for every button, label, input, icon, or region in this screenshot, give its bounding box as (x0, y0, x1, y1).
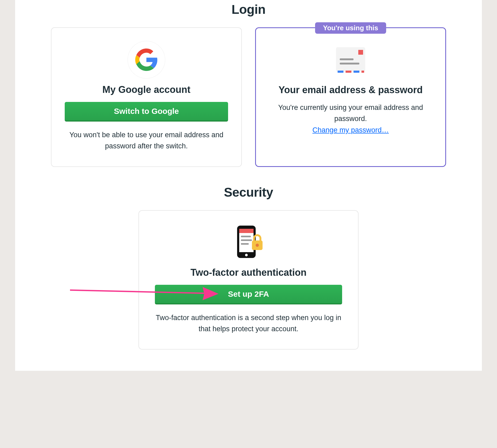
svg-rect-4 (338, 71, 343, 73)
switch-to-google-button[interactable]: Switch to Google (65, 102, 228, 122)
login-cards-row: My Google account Switch to Google You w… (34, 27, 463, 167)
svg-rect-7 (361, 71, 364, 73)
google-login-card: My Google account Switch to Google You w… (51, 27, 242, 167)
login-heading: Login (34, 0, 463, 27)
tfa-card-title: Two-factor authentication (155, 266, 342, 278)
svg-point-18 (256, 244, 259, 247)
svg-rect-14 (241, 239, 252, 241)
svg-rect-5 (346, 71, 351, 73)
change-password-link[interactable]: Change my password… (312, 126, 389, 134)
email-icon (269, 41, 432, 79)
email-card-title: Your email address & password (269, 84, 432, 96)
settings-page: Login My Google account Switch to Google… (15, 0, 482, 371)
security-row: Two-factor authentication Set up 2FA Two… (34, 210, 463, 350)
svg-rect-3 (340, 63, 359, 64)
phone-lock-icon (155, 224, 342, 261)
security-heading: Security (34, 183, 463, 210)
svg-point-16 (245, 254, 248, 256)
email-login-card: You're using this Your email address & p… (255, 27, 446, 167)
active-badge: You're using this (315, 22, 386, 34)
email-card-description: You're currently using your email addres… (269, 102, 432, 124)
svg-rect-13 (241, 236, 251, 237)
svg-rect-2 (340, 58, 354, 60)
svg-rect-1 (358, 50, 363, 55)
svg-rect-15 (241, 243, 249, 245)
svg-rect-6 (354, 71, 359, 73)
google-card-description: You won't be able to use your email addr… (65, 130, 228, 152)
setup-2fa-button[interactable]: Set up 2FA (155, 285, 342, 304)
google-icon (65, 41, 228, 78)
tfa-card-description: Two-factor authentication is a second st… (155, 312, 342, 335)
svg-rect-12 (239, 229, 254, 233)
google-card-title: My Google account (65, 84, 228, 96)
tfa-card: Two-factor authentication Set up 2FA Two… (138, 210, 359, 350)
